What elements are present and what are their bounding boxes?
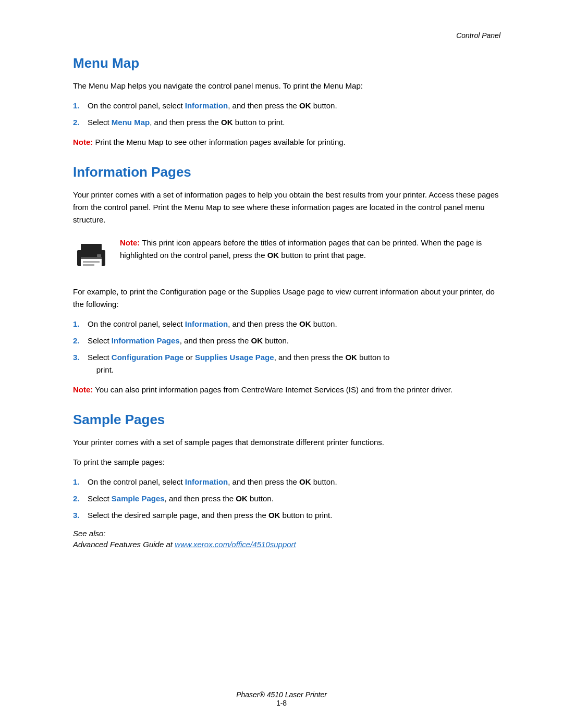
list-item: 3. Select Configuration Page or Supplies… [73, 351, 500, 376]
svg-rect-3 [83, 261, 100, 263]
list-item: 1. On the control panel, select Informat… [73, 100, 500, 112]
step-number: 1. [73, 318, 88, 330]
step-content: On the control panel, select Information… [88, 318, 500, 330]
list-item: 3. Select the desired sample page, and t… [73, 509, 500, 522]
step-content: Select Information Pages, and then press… [88, 335, 500, 347]
sample-pages-link: Sample Pages [112, 494, 165, 503]
ok-bold: OK [221, 118, 233, 127]
step-content: Select Sample Pages, and then press the … [88, 492, 500, 505]
step-number: 2. [73, 335, 88, 347]
ok-bold: OK [267, 251, 279, 260]
svg-rect-5 [97, 254, 101, 257]
icon-note-text: Note: This print icon appears before the… [120, 237, 500, 262]
menu-map-title: Menu Map [73, 55, 500, 71]
see-also-text: Advanced Features Guide at www.xerox.com… [73, 540, 500, 549]
ok-bold: OK [299, 477, 311, 486]
step-content: Select Menu Map, and then press the OK b… [88, 116, 500, 129]
printer-name: Phaser® 4510 Laser Printer [0, 690, 563, 699]
step-number: 2. [73, 492, 88, 505]
menu-map-steps: 1. On the control panel, select Informat… [73, 100, 500, 129]
example-intro: For example, to print the Configuration … [73, 286, 500, 311]
xerox-link[interactable]: www.xerox.com/office/4510support [175, 540, 296, 549]
chapter-title: Control Panel [73, 31, 500, 40]
list-item: 2. Select Sample Pages, and then press t… [73, 492, 500, 505]
supplies-usage-page-link: Supplies Usage Page [195, 353, 274, 362]
menu-map-note: Note: Print the Menu Map to see other in… [73, 136, 500, 149]
sample-pages-steps: 1. On the control panel, select Informat… [73, 476, 500, 522]
ok-bold: OK [268, 511, 280, 520]
information-link: Information [185, 319, 228, 328]
configuration-page-link: Configuration Page [112, 353, 183, 362]
menu-map-intro: The Menu Map helps you navigate the cont… [73, 80, 500, 92]
svg-rect-4 [83, 264, 94, 266]
icon-note-container: Note: This print icon appears before the… [73, 237, 500, 275]
step-number: 2. [73, 116, 88, 129]
information-pages-link: Information Pages [112, 336, 180, 345]
information-pages-title: Information Pages [73, 164, 500, 180]
advanced-guide-text: Advanced Features Guide [73, 540, 164, 549]
note-label: Note: [120, 238, 140, 247]
note-label: Note: [73, 138, 93, 146]
ok-bold: OK [299, 319, 311, 328]
information-pages-intro: Your printer comes with a set of informa… [73, 189, 500, 226]
page-number: 1-8 [0, 699, 563, 707]
to-print-text: To print the sample pages: [73, 456, 500, 468]
step-number: 3. [73, 351, 88, 364]
information-pages-note2: Note: You can also print information pag… [73, 384, 500, 396]
step-content: Select the desired sample page, and then… [88, 509, 500, 522]
note-label: Note: [73, 385, 93, 394]
ok-bold: OK [345, 353, 357, 362]
see-also-label: See also: [73, 529, 500, 538]
information-link: Information [185, 477, 228, 486]
svg-rect-1 [81, 244, 102, 251]
step-content: Select Configuration Page or Supplies Us… [88, 351, 500, 376]
svg-rect-2 [81, 258, 102, 268]
step-content: On the control panel, select Information… [88, 476, 500, 488]
step-number: 3. [73, 509, 88, 522]
step-number: 1. [73, 476, 88, 488]
printer-icon [73, 239, 109, 275]
information-link: Information [185, 101, 228, 110]
sample-pages-title: Sample Pages [73, 412, 500, 428]
information-pages-steps: 1. On the control panel, select Informat… [73, 318, 500, 376]
list-item: 2. Select Information Pages, and then pr… [73, 335, 500, 347]
list-item: 1. On the control panel, select Informat… [73, 476, 500, 488]
ok-bold: OK [299, 101, 311, 110]
sample-pages-intro: Your printer comes with a set of sample … [73, 436, 500, 449]
step-content: On the control panel, select Information… [88, 100, 500, 112]
ok-bold: OK [251, 336, 263, 345]
menu-map-link: Menu Map [112, 118, 150, 127]
list-item: 2. Select Menu Map, and then press the O… [73, 116, 500, 129]
page-footer: Phaser® 4510 Laser Printer 1-8 [0, 690, 563, 707]
svg-rect-6 [81, 257, 102, 259]
ok-bold: OK [236, 494, 248, 503]
list-item: 1. On the control panel, select Informat… [73, 318, 500, 330]
step-number: 1. [73, 100, 88, 112]
